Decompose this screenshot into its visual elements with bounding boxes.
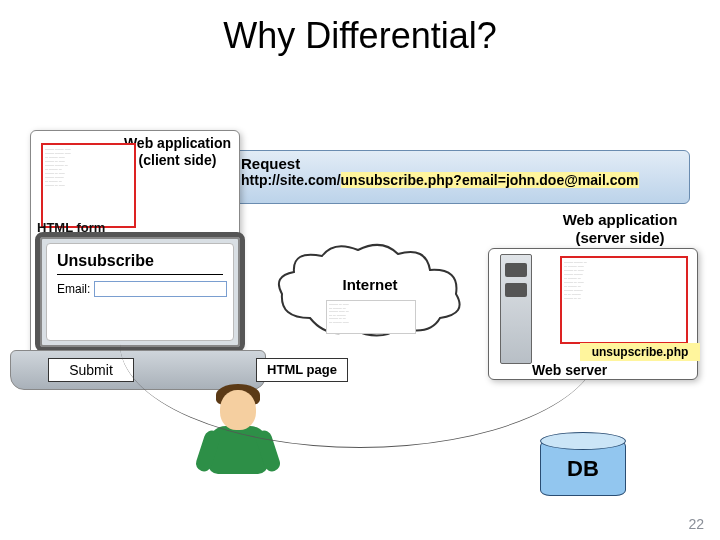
internet-label: Internet [310, 276, 430, 293]
database-label: DB [540, 456, 626, 482]
cloud-packets: ——— — ——— ——— ———— —— —— — —————— — —— —… [326, 300, 416, 334]
form-title: Unsubscribe [57, 252, 223, 270]
database-icon: DB [540, 432, 626, 504]
request-url-highlight: unsubscribe.php?email=john.doe@mail.com [341, 172, 639, 188]
submit-button[interactable]: Submit [48, 358, 134, 382]
request-url-prefix: http://site.com/ [241, 172, 341, 188]
request-label: Request [241, 155, 679, 172]
html-page-label: HTML page [256, 358, 348, 382]
client-heading-line1: Web application [124, 135, 231, 151]
server-tower-icon [500, 254, 532, 364]
email-field[interactable] [94, 281, 227, 297]
server-heading: Web application (server side) [535, 211, 705, 247]
request-url: http://site.com/unsubscribe.php?email=jo… [241, 172, 679, 188]
server-code-thumbnail: ——— ——— —— ——— ————— — ————— ———— ——— ——… [560, 256, 688, 344]
client-heading: Web application (client side) [124, 135, 231, 169]
request-bar: Request http://site.com/unsubscribe.php?… [230, 150, 690, 204]
browser-window: Unsubscribe Email: [46, 243, 234, 341]
server-heading-line1: Web application [563, 211, 678, 228]
server-heading-line2: (server side) [575, 229, 664, 246]
page-number: 22 [688, 516, 704, 532]
client-code-thumbnail: ——— ——— ————— ——— ——— ——— ————— — ————— … [41, 143, 136, 228]
client-heading-line2: (client side) [139, 152, 217, 168]
web-server-label: Web server [532, 362, 607, 378]
email-label: Email: [57, 282, 90, 296]
slide-title: Why Differential? [0, 15, 720, 57]
php-file-label: unsupscribe.php [580, 343, 700, 361]
